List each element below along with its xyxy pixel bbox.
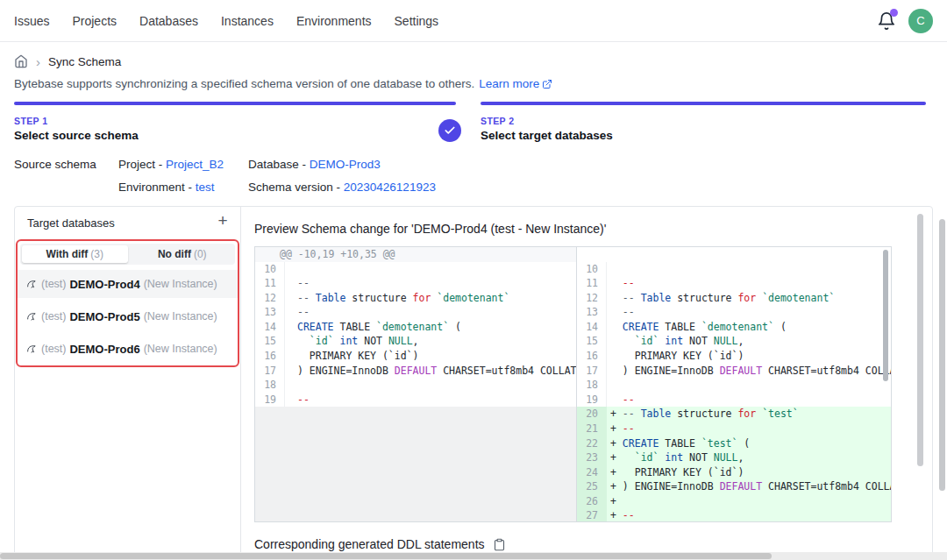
nav-item-projects[interactable]: Projects (72, 14, 117, 28)
user-avatar[interactable]: C (908, 9, 933, 33)
step1-label: STEP 1 (14, 116, 139, 126)
nav-item-settings[interactable]: Settings (395, 14, 439, 28)
schema-version-link[interactable]: 20230426121923 (344, 181, 436, 194)
step2-block: STEP 2 Select target databases (481, 116, 613, 142)
source-schema-label: Source schema (14, 158, 96, 171)
breadcrumb: › Sync Schema (14, 54, 121, 68)
home-icon[interactable] (14, 54, 28, 68)
breadcrumb-chevron-icon: › (36, 55, 40, 68)
mysql-icon (26, 344, 38, 355)
schema-diff-viewer: @@ -10,19 +10,35 @@1011--12-- Table stru… (254, 246, 892, 522)
nav-item-environments[interactable]: Environments (296, 14, 372, 28)
diff-filter-tabs: With diff(3) No diff(0) (20, 244, 235, 265)
environment-link[interactable]: test (196, 181, 215, 194)
add-target-database-button[interactable]: + (212, 210, 233, 231)
target-panel-title: Target databases (27, 216, 115, 230)
copy-icon[interactable] (493, 538, 506, 551)
project-link[interactable]: Project_B2 (166, 158, 224, 171)
mysql-icon (26, 311, 38, 323)
diff-pane-left[interactable]: @@ -10,19 +10,35 @@1011--12-- Table stru… (255, 247, 576, 521)
step-complete-check-icon (438, 119, 461, 142)
database-list: (test) DEMO-Prod4 (New Instance) (test) … (18, 267, 238, 363)
database-item-demo-prod5[interactable]: (test) DEMO-Prod5 (New Instance) (18, 302, 238, 330)
database-item-demo-prod6[interactable]: (test) DEMO-Prod6 (New Instance) (18, 335, 238, 363)
field-project: Project - Project_B2 (118, 158, 224, 171)
field-schema-version: Schema version - 20230426121923 (248, 181, 436, 194)
preview-title: Preview Schema change for 'DEMO-Prod4 (t… (254, 222, 606, 236)
learn-more-link[interactable]: Learn more (479, 77, 552, 90)
mysql-icon (26, 279, 38, 290)
step2-title: Select target databases (481, 129, 613, 142)
notification-bell-icon[interactable] (877, 11, 896, 31)
notification-dot (890, 9, 898, 17)
nav-item-instances[interactable]: Instances (221, 14, 274, 28)
tab-with-diff[interactable]: With diff(3) (22, 245, 128, 263)
diff-scrollbar-thumb[interactable] (883, 250, 888, 381)
diff-pane-right[interactable]: 10 11 --12 -- Table structure for `demot… (576, 247, 891, 521)
horizontal-scrollbar[interactable] (0, 552, 947, 560)
ddl-heading: Corresponding generated DDL statements (254, 537, 485, 551)
field-database: Database - DEMO-Prod3 (248, 158, 381, 171)
intro-text: Bytebase supports synchronizing a specif… (14, 77, 474, 90)
step2-progress-bar (481, 102, 926, 105)
target-databases-panel: Target databases + With diff(3) No diff(… (15, 207, 241, 559)
nav-right: C (877, 9, 933, 33)
nav-item-databases[interactable]: Databases (139, 14, 198, 28)
page-title: Sync Schema (48, 55, 121, 68)
nav-item-issues[interactable]: Issues (14, 14, 49, 28)
top-nav: Issues Projects Databases Instances Envi… (0, 0, 947, 42)
page-scrollbar-thumb[interactable] (939, 219, 945, 491)
external-link-icon (542, 79, 552, 89)
main-card: Target databases + With diff(3) No diff(… (14, 206, 933, 560)
step1-title: Select source schema (14, 129, 139, 142)
database-item-demo-prod4[interactable]: (test) DEMO-Prod4 (New Instance) (18, 270, 238, 298)
step2-label: STEP 2 (481, 116, 613, 126)
card-scrollbar-thumb[interactable] (917, 214, 923, 466)
database-link[interactable]: DEMO-Prod3 (310, 158, 381, 171)
horizontal-scrollbar-thumb[interactable] (0, 553, 772, 559)
step1-block: STEP 1 Select source schema (14, 116, 139, 142)
target-selection-highlight-box: With diff(3) No diff(0) (test) DEMO-Prod… (16, 239, 239, 367)
intro-line: Bytebase supports synchronizing a specif… (14, 77, 552, 90)
step1-progress-bar (14, 102, 456, 105)
ddl-heading-row: Corresponding generated DDL statements (254, 537, 506, 551)
field-environment: Environment - test (118, 181, 215, 194)
tab-no-diff[interactable]: No diff(0) (130, 244, 236, 265)
